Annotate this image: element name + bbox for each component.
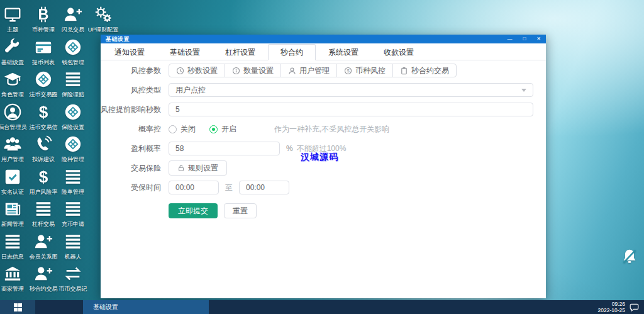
wrench-icon bbox=[3, 38, 22, 57]
check-square-icon bbox=[3, 167, 22, 186]
desktop-icon-up-finance-config[interactable]: UP理财配置 bbox=[86, 5, 121, 34]
desktop-icon-label: UP理财配置 bbox=[88, 26, 119, 34]
desktop-icon-label: 机器人 bbox=[65, 253, 82, 261]
watermark: 汉城源码 bbox=[301, 152, 338, 163]
notification-bubble-icon[interactable] bbox=[630, 303, 639, 311]
taskbar-clock[interactable]: 09:26 2022-10-25 bbox=[598, 301, 625, 313]
radio-option-on[interactable]: 开启 bbox=[209, 124, 236, 135]
insured-time-row: 受保时间 至 bbox=[101, 181, 546, 194]
desktop-icon-label: 主题 bbox=[7, 26, 18, 34]
radio-option-off[interactable]: 关闭 bbox=[169, 124, 196, 135]
list-icon bbox=[64, 167, 82, 186]
insured-time-to-input[interactable] bbox=[239, 181, 289, 194]
desktop-icon-insurance-claim[interactable]: 保险理赔 bbox=[55, 70, 91, 99]
desktop-icon-label: 保险设置 bbox=[62, 123, 84, 132]
risk-param-button-3[interactable]: 币种风控 bbox=[336, 64, 393, 77]
desktop-icon-deposit-apply[interactable]: 充币申请 bbox=[55, 199, 91, 228]
start-button[interactable] bbox=[0, 300, 35, 314]
risk-type-label: 风控类型 bbox=[101, 85, 169, 96]
radio-label-on: 开启 bbox=[221, 124, 236, 135]
windows-logo-icon bbox=[14, 303, 22, 311]
risk-type-select[interactable]: 用户点控 bbox=[169, 83, 533, 97]
desktop-icon-label: 险单管理 bbox=[62, 188, 84, 196]
tab-1[interactable]: 基础设置 bbox=[157, 44, 213, 60]
desktop-icon-label: 角色管理 bbox=[1, 91, 24, 99]
taskbar: 基础设置 09:26 2022-10-25 bbox=[0, 300, 644, 314]
desktop-icon-label: 实名认证 bbox=[1, 188, 24, 196]
desktop-icon-label: 币种管理 bbox=[32, 26, 55, 34]
risk-type-value: 用户点控 bbox=[175, 85, 206, 96]
list-icon bbox=[3, 232, 22, 251]
tab-4[interactable]: 系统设置 bbox=[316, 44, 371, 60]
actions-row: 立即提交 重置 bbox=[101, 203, 546, 218]
desktop-icon-robot[interactable]: 机器人 bbox=[55, 232, 91, 261]
risk-param-button-label: 用户管理 bbox=[299, 65, 330, 76]
profit-input[interactable] bbox=[169, 142, 280, 155]
tab-2[interactable]: 杠杆设置 bbox=[213, 44, 268, 60]
window-controls: — □ ✕ bbox=[507, 36, 541, 42]
desktop-icon-label: 后台管理员 bbox=[0, 123, 27, 132]
coin-logo-icon bbox=[64, 38, 82, 57]
desktop-icon-label: 杠杆交易 bbox=[32, 220, 55, 228]
reset-button[interactable]: 重置 bbox=[224, 203, 257, 218]
tab-label: 基础设置 bbox=[170, 48, 200, 57]
radio-label-off: 关闭 bbox=[180, 124, 196, 135]
insurance-row: 交易保险 规则设置 bbox=[101, 161, 546, 175]
user-plus-icon bbox=[34, 264, 53, 283]
insured-time-from-input[interactable] bbox=[169, 181, 219, 194]
grad-cap-icon bbox=[3, 70, 22, 89]
list-icon bbox=[64, 70, 82, 89]
profit-label: 盈利概率 bbox=[101, 143, 169, 154]
settings-window: 基础设置 — □ ✕ 通知设置基础设置杠杆设置秒合约系统设置收款设置 风控参数 … bbox=[101, 35, 546, 298]
dollar-icon bbox=[34, 103, 53, 121]
tab-3[interactable]: 秒合约 bbox=[268, 44, 316, 60]
bell-muted-icon[interactable] bbox=[620, 247, 639, 267]
clipboard-icon bbox=[400, 67, 408, 75]
desktop-icon-policy-manage[interactable]: 险单管理 bbox=[55, 167, 91, 196]
submit-button[interactable]: 立即提交 bbox=[169, 203, 218, 218]
risk-param-button-label: 数量设置 bbox=[243, 65, 274, 76]
tab-0[interactable]: 通知设置 bbox=[102, 44, 157, 60]
desktop-icon-label: 商家管理 bbox=[1, 285, 24, 293]
phone-icon bbox=[34, 135, 53, 154]
clock-icon bbox=[176, 67, 184, 75]
coin-logo-icon bbox=[64, 103, 82, 121]
risk-param-button-1[interactable]: 数量设置 bbox=[225, 64, 281, 77]
desktop-icon-coin-trade-log[interactable]: 币币交易记 bbox=[55, 264, 91, 293]
risk-param-button-4[interactable]: 秒合约交易 bbox=[392, 64, 457, 77]
desktop-icon-label: 基础设置 bbox=[1, 59, 24, 67]
tab-label: 收款设置 bbox=[384, 48, 414, 57]
user-icon bbox=[288, 67, 296, 75]
desktop-icon-label: 新闻管理 bbox=[1, 220, 24, 228]
risk-param-button-label: 秒合约交易 bbox=[411, 65, 449, 76]
desktop-icon-label: 日志信息 bbox=[1, 253, 24, 261]
rule-settings-label: 规则设置 bbox=[188, 163, 218, 174]
desktop-icon-label: 投诉建议 bbox=[32, 155, 55, 164]
risk-param-button-0[interactable]: 秒数设置 bbox=[169, 64, 225, 77]
desktop-icon-label: 保险理赔 bbox=[62, 91, 84, 99]
tab-5[interactable]: 收款设置 bbox=[371, 44, 426, 60]
risk-seconds-input[interactable] bbox=[169, 103, 533, 116]
insured-time-label: 受保时间 bbox=[101, 182, 169, 193]
desktop-icon-label: 币币交易记 bbox=[59, 285, 87, 293]
rule-settings-button[interactable]: 规则设置 bbox=[169, 160, 227, 176]
risk-type-row: 风控类型 用户点控 bbox=[101, 83, 546, 97]
desktop-icon-label: 闪兑交易 bbox=[62, 26, 84, 34]
maximize-icon[interactable]: □ bbox=[523, 36, 526, 42]
window-titlebar[interactable]: 基础设置 — □ ✕ bbox=[101, 35, 546, 43]
tab-label: 秒合约 bbox=[280, 48, 303, 57]
probability-label: 概率控 bbox=[101, 124, 169, 135]
risk-param-button-label: 秒数设置 bbox=[187, 65, 218, 76]
desktop-icon-insurance-type[interactable]: 险种管理 bbox=[55, 135, 91, 164]
desktop-icon-insurance-settings[interactable]: 保险设置 bbox=[55, 103, 91, 132]
info-icon bbox=[232, 67, 240, 75]
close-icon[interactable]: ✕ bbox=[536, 36, 541, 42]
bank-icon bbox=[3, 264, 22, 283]
newspaper-icon bbox=[3, 199, 22, 218]
risk-param-button-2[interactable]: 用户管理 bbox=[280, 64, 337, 77]
taskbar-item-active[interactable]: 基础设置 bbox=[83, 300, 209, 314]
probability-hint: 作为一种补充,不受风控总开关影响 bbox=[274, 124, 389, 135]
tab-label: 系统设置 bbox=[328, 48, 358, 57]
minimize-icon[interactable]: — bbox=[507, 36, 512, 42]
desktop-icon-wallet-manage[interactable]: 钱包管理 bbox=[55, 38, 91, 67]
